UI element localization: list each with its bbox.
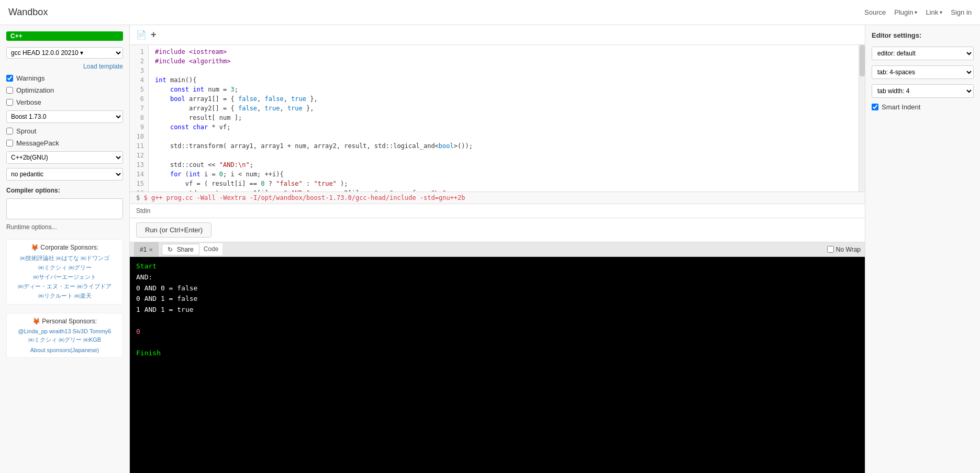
- run-button[interactable]: Run (or Ctrl+Enter): [136, 222, 211, 238]
- sprout-label[interactable]: Sprout: [16, 127, 36, 135]
- messagepack-label[interactable]: MessagePack: [16, 139, 59, 147]
- editor-scrollbar[interactable]: [859, 45, 865, 192]
- optimization-row: Optimization: [6, 86, 123, 94]
- messagepack-checkbox[interactable]: [6, 140, 13, 147]
- output-tab-number: #1: [140, 246, 147, 253]
- plugin-dropdown[interactable]: Plugin ▾: [894, 8, 917, 16]
- share-button[interactable]: ↻ Share: [162, 244, 199, 255]
- smart-indent-checkbox[interactable]: [872, 104, 878, 110]
- personal-sponsor-4[interactable]: Tommy6: [90, 328, 112, 334]
- smart-indent-label[interactable]: Smart Indent: [882, 103, 920, 111]
- term-line-blank2: [136, 337, 859, 348]
- lang-badge: C++: [6, 31, 123, 41]
- verbose-checkbox[interactable]: [6, 99, 13, 106]
- personal-sponsor-3[interactable]: Siv3D: [73, 328, 88, 334]
- sprout-checkbox[interactable]: [6, 128, 13, 134]
- personal-sponsor-1[interactable]: @Linda_pp: [18, 328, 48, 334]
- source-link[interactable]: Source: [864, 8, 886, 16]
- command-line: $ $ g++ prog.cc -Wall -Wextra -I/opt/wan…: [130, 192, 865, 204]
- sponsor-link-7[interactable]: ㈱ディー・エヌ・エー: [18, 283, 75, 290]
- sponsor-link-10[interactable]: ㈱楽天: [74, 292, 92, 300]
- term-line-and: AND:: [136, 272, 859, 283]
- runtime-options[interactable]: Runtime options...: [6, 223, 123, 231]
- compiler-select-row: gcc HEAD 12.0.0 20210 ▾: [6, 47, 123, 59]
- sponsor-link-4[interactable]: ㈱ミクシィ: [38, 264, 67, 272]
- warnings-checkbox[interactable]: [6, 75, 13, 82]
- verbose-label[interactable]: Verbose: [16, 98, 41, 106]
- sponsor-link-9[interactable]: ㈱リクルート: [38, 292, 73, 300]
- messagepack-row: MessagePack: [6, 139, 123, 147]
- add-file-icon[interactable]: +: [151, 29, 157, 40]
- sponsor-link-6[interactable]: ㈱サイバーエージェント: [33, 273, 96, 281]
- output-tabs: #1 ✕ ↻ Share Code No Wrap: [130, 242, 865, 257]
- cmd-text: $ g++ prog.cc -Wall -Wextra -I/opt/wandb…: [143, 194, 465, 201]
- pedantic-dropdown[interactable]: no pedantic: [6, 168, 123, 181]
- corporate-sponsors-links: ㈱技術評論社 ㈱はてな ㈱ドワンゴ ㈱ミクシィ ㈱グリー ㈱サイバーエージェント…: [11, 254, 118, 300]
- signin-link[interactable]: Sign in: [951, 8, 972, 16]
- sponsor-link-3[interactable]: ㈱ドワンゴ: [81, 254, 109, 262]
- editor-area: 📄 + 1 2 3 4 5 6 7 8 9 10 11 12 13 14 15 …: [130, 25, 865, 473]
- personal-sponsor-2[interactable]: wraith13: [49, 328, 71, 334]
- sidebar: C++ gcc HEAD 12.0.0 20210 ▾ Load templat…: [0, 25, 130, 473]
- term-line-1: 0 AND 0 = false: [136, 283, 859, 294]
- tab-close-icon[interactable]: ✕: [149, 247, 153, 253]
- stdin-label: Stdin: [136, 207, 150, 215]
- smart-indent-row: Smart Indent: [872, 103, 974, 111]
- personal-sponsor-6[interactable]: ㈱グリー: [59, 336, 82, 344]
- editor-toolbar: 📄 +: [130, 25, 865, 45]
- term-line-start: Start: [136, 261, 859, 272]
- code-tab[interactable]: Code: [199, 243, 223, 255]
- stdin-row: Stdin: [130, 204, 865, 218]
- term-line-blank: [136, 316, 859, 326]
- sprout-row: Sprout: [6, 127, 123, 135]
- load-template-link[interactable]: Load template: [6, 63, 123, 70]
- personal-sponsors-links: @Linda_pp wraith13 Siv3D Tommy6 ㈱ミクシィ ㈱グ…: [11, 328, 118, 344]
- about-sponsors-link[interactable]: About sponsors(Japanese): [11, 347, 118, 353]
- corporate-sponsors-box: 🦊 Corporate Sponsors: ㈱技術評論社 ㈱はてな ㈱ドワンゴ …: [6, 239, 123, 305]
- tab-select[interactable]: tab: 4-spaces: [872, 65, 974, 79]
- new-file-icon[interactable]: 📄: [136, 30, 147, 40]
- terminal-output: Start AND: 0 AND 0 = false 0 AND 1 = fal…: [130, 257, 865, 473]
- term-line-2: 0 AND 1 = false: [136, 294, 859, 305]
- compiler-options-input[interactable]: [6, 198, 123, 219]
- share-label: Share: [177, 246, 194, 253]
- link-dropdown[interactable]: Link ▾: [926, 8, 942, 16]
- code-editor[interactable]: #include <iostream> #include <algorithm>…: [149, 45, 859, 192]
- run-row: Run (or Ctrl+Enter): [130, 218, 865, 242]
- sponsor-link-5[interactable]: ㈱グリー: [69, 264, 92, 272]
- app-title: Wandbox: [8, 7, 48, 18]
- output-tab-1[interactable]: #1 ✕: [134, 242, 159, 256]
- verbose-row: Verbose: [6, 98, 123, 106]
- personal-sponsor-7[interactable]: ㈱KGB: [83, 336, 101, 344]
- personal-sponsors-title: 🦊 Personal Sponsors:: [11, 318, 118, 325]
- compiler-dropdown[interactable]: gcc HEAD 12.0.0 20210 ▾: [6, 47, 123, 59]
- std-dropdown[interactable]: C++2b(GNU): [6, 151, 123, 164]
- sponsor-link-2[interactable]: ㈱はてな: [56, 254, 79, 262]
- share-icon: ↻: [168, 246, 173, 253]
- link-arrow-icon: ▾: [940, 9, 942, 15]
- header-right: Source Plugin ▾ Link ▾ Sign in: [864, 8, 972, 16]
- warnings-label[interactable]: Warnings: [16, 74, 44, 82]
- main-layout: C++ gcc HEAD 12.0.0 20210 ▾ Load templat…: [0, 25, 980, 473]
- sponsor-link-8[interactable]: ㈱ライブドア: [77, 283, 112, 290]
- editor-select[interactable]: editor: default: [872, 47, 974, 60]
- sponsor-link-1[interactable]: ㈱技術評論社: [20, 254, 54, 262]
- optimization-label[interactable]: Optimization: [16, 86, 54, 94]
- editor-scrollbar-thumb[interactable]: [860, 45, 865, 76]
- cmd-prompt: $: [136, 194, 143, 201]
- nowrap-label[interactable]: No Wrap: [836, 246, 861, 253]
- personal-sponsor-5[interactable]: ㈱ミクシィ: [28, 336, 57, 344]
- header: Wandbox Source Plugin ▾ Link ▾ Sign in: [0, 0, 980, 25]
- corporate-sponsors-title: 🦊 Corporate Sponsors:: [11, 244, 118, 251]
- term-line-finish: Finish: [136, 348, 859, 359]
- plugin-label: Plugin: [894, 8, 913, 16]
- header-left: Wandbox: [8, 7, 48, 18]
- link-label: Link: [926, 8, 938, 16]
- nowrap-checkbox[interactable]: [827, 246, 834, 253]
- tab-width-select[interactable]: tab width: 4: [872, 84, 974, 98]
- line-numbers: 1 2 3 4 5 6 7 8 9 10 11 12 13 14 15 16 1…: [130, 45, 149, 192]
- warnings-row: Warnings: [6, 74, 123, 82]
- optimization-checkbox[interactable]: [6, 87, 13, 94]
- boost-dropdown[interactable]: Boost 1.73.0: [6, 110, 123, 123]
- nowrap-row: No Wrap: [827, 246, 861, 253]
